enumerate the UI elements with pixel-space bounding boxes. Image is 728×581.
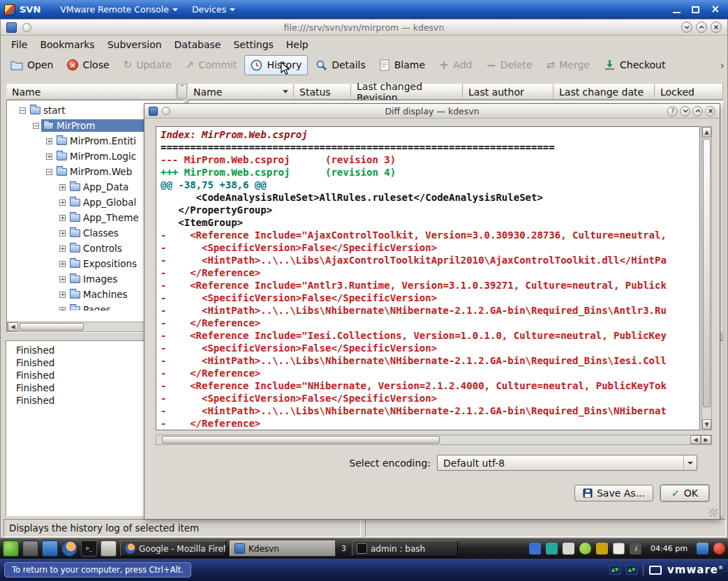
dropdown-caret-icon [172,8,178,11]
expander-icon[interactable]: + [59,307,66,311]
minimize-button[interactable] [680,106,690,116]
sticky-button[interactable] [162,107,170,115]
disk-activity-icon[interactable]: ▲▼ [626,565,637,575]
menubar: File Bookmarks Subversion Database Setti… [1,36,727,53]
maximize-button[interactable] [692,106,703,116]
maximize-button[interactable] [692,6,699,13]
sticky-button[interactable] [22,23,31,32]
encoding-value: Default utf-8 [443,458,505,469]
folder-icon [57,137,67,145]
klipper-icon[interactable] [613,543,625,554]
info-icon[interactable]: i [630,543,641,554]
open-button[interactable]: Open [4,55,59,75]
task-kdesvn[interactable]: Kdesvn [230,541,336,557]
help-button[interactable]: ? [667,106,678,116]
scroll-left-icon[interactable]: ◀ [690,435,701,444]
diff-text-view[interactable]: Index: MirProm.Web.csproj ==============… [156,126,700,430]
folder-icon [70,229,80,237]
vmware-menu-console[interactable]: VMware Remote Console [53,2,185,17]
diff-line: - <Reference Include="Iesi.Collections, … [161,329,699,342]
diff-line: <CodeAnalysisRuleSet>AllRules.ruleset</C… [161,191,699,204]
wallet-icon[interactable] [529,543,541,554]
suse-icon[interactable] [579,543,591,554]
folder-icon [70,214,80,222]
volume-icon[interactable] [596,543,608,554]
maximize-button[interactable] [696,22,707,33]
scroll-thumb[interactable] [703,139,711,407]
scroll-down-icon[interactable]: ▼ [702,419,711,430]
diff-line: <ItemGroup> [161,216,699,229]
task-firefox[interactable]: Google - Mozilla Firef... [120,541,226,557]
menu-bookmarks[interactable]: Bookmarks [34,37,101,52]
ok-button[interactable]: ✓ OK [660,485,709,501]
combo-arrow-icon[interactable] [683,455,697,470]
vmware-menu-devices[interactable]: Devices [185,2,242,17]
konsole-icon[interactable]: >_ [81,541,97,557]
save-floppy-icon [583,488,593,498]
close-button[interactable] [705,106,715,116]
show-desktop-icon[interactable] [22,541,38,557]
expander-icon[interactable]: − [33,123,39,129]
expander-icon[interactable]: + [59,292,66,298]
shutdown-icon[interactable] [713,543,725,554]
resize-grip[interactable] [709,508,718,517]
menu-database[interactable]: Database [168,37,228,52]
column-header-status[interactable]: Status [294,84,351,100]
tablet-icon[interactable] [563,543,574,554]
expander-icon[interactable]: − [46,169,52,175]
scroll-thumb[interactable] [20,323,84,331]
toolbar-overflow-icon[interactable]: › [720,59,725,72]
expander-icon[interactable]: − [20,107,26,114]
column-header-date[interactable]: Last change date [554,84,655,100]
scroll-thumb[interactable] [162,436,440,444]
details-button[interactable]: Details [309,55,372,75]
diff-vertical-scrollbar[interactable]: ▲ ▼ [701,126,712,430]
save-as-button[interactable]: Save As... [574,485,653,501]
diff-line: - </Reference> [161,417,699,430]
blame-button[interactable]: Blame [373,55,431,75]
diff-horizontal-scrollbar[interactable]: ◀ ▶ [156,435,712,445]
network-activity-icon[interactable]: ▲▼ [609,565,621,575]
close-button[interactable] [711,22,722,33]
minimize-button[interactable] [681,22,692,33]
menu-subversion[interactable]: Subversion [101,37,168,52]
column-header-author[interactable]: Last author [463,84,554,100]
scroll-left-icon[interactable]: ◀ [8,322,18,331]
clock[interactable]: 04:46 pm [646,544,692,553]
column-header-revision[interactable]: Last changed Revision [351,84,463,100]
expander-icon[interactable]: + [59,199,66,206]
menu-file[interactable]: File [5,37,34,52]
close-button[interactable]: × [711,4,720,15]
column-header-locked[interactable]: Locked [655,84,723,100]
tea-icon[interactable] [546,543,558,554]
checkout-button[interactable]: Checkout [597,55,672,75]
menu-help[interactable]: Help [280,37,315,52]
close-repo-button[interactable]: × Close [61,55,115,75]
expander-icon[interactable]: + [59,230,66,236]
expander-icon[interactable]: + [59,184,66,190]
blame-document-icon [380,59,390,71]
firefox-icon[interactable] [61,541,77,557]
scroll-right-icon[interactable]: ▶ [701,435,711,444]
column-header-name[interactable]: Name [188,84,294,100]
keyboard-icon[interactable] [101,541,117,557]
dialog-title: Diff display — kdesvn [144,106,720,116]
expander-icon[interactable]: + [59,276,66,282]
minimize-button[interactable] [673,12,681,13]
expander-icon[interactable]: + [46,153,52,160]
splitter-collapse-icon[interactable]: ^ [177,84,187,99]
kmenu-icon[interactable] [3,541,19,557]
expander-icon[interactable]: + [59,261,66,267]
menu-settings[interactable]: Settings [227,37,279,52]
scroll-up-icon[interactable]: ▲ [702,127,711,137]
expander-icon[interactable]: + [59,215,66,221]
task-bash[interactable]: admin : bash [352,541,458,557]
tree-column-header[interactable]: Name [6,84,177,100]
history-button[interactable]: History [244,55,308,75]
web-browser-icon[interactable] [42,541,58,557]
encoding-select[interactable]: Default utf-8 [437,455,697,471]
display-icon[interactable] [697,543,708,554]
expander-icon[interactable]: + [46,138,52,144]
expander-icon[interactable]: + [59,246,66,252]
pager-desktop[interactable]: 3 [339,544,348,553]
